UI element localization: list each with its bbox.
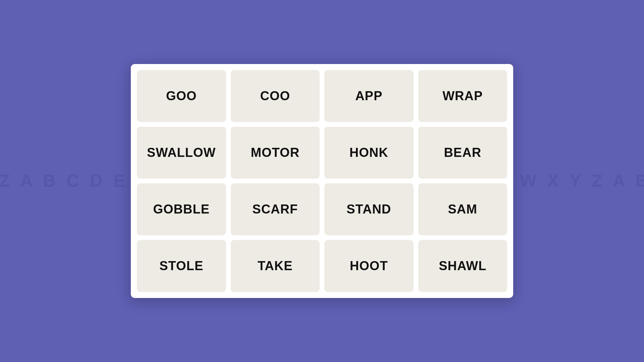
word-card-wrap[interactable]: WRAP <box>418 70 507 122</box>
word-label-honk: HONK <box>350 145 388 160</box>
word-label-stand: STAND <box>346 202 391 217</box>
word-card-app[interactable]: APP <box>324 70 414 122</box>
word-label-app: APP <box>355 89 382 103</box>
word-card-stand[interactable]: STAND <box>324 183 414 235</box>
word-card-shawl[interactable]: SHAWL <box>418 240 507 292</box>
word-grid: GOOCOOAPPWRAPSWALLOWMOTORHONKBEARGOBBLES… <box>131 64 513 298</box>
word-label-sam: SAM <box>448 202 477 217</box>
word-card-stole[interactable]: STOLE <box>137 240 226 292</box>
word-card-motor[interactable]: MOTOR <box>231 127 320 179</box>
word-card-scarf[interactable]: SCARF <box>231 183 320 235</box>
word-label-shawl: SHAWL <box>439 259 486 273</box>
word-label-gobble: GOBBLE <box>153 202 210 217</box>
word-card-bear[interactable]: BEAR <box>418 127 507 179</box>
word-card-goo[interactable]: GOO <box>137 70 226 122</box>
word-card-sam[interactable]: SAM <box>418 183 507 235</box>
word-label-coo: COO <box>260 89 290 103</box>
word-label-scarf: SCARF <box>252 202 298 217</box>
word-card-swallow[interactable]: SWALLOW <box>137 127 226 179</box>
word-label-swallow: SWALLOW <box>147 145 216 160</box>
word-card-gobble[interactable]: GOBBLE <box>137 183 226 235</box>
word-label-stole: STOLE <box>159 259 203 273</box>
word-label-take: TAKE <box>258 259 293 273</box>
word-label-bear: BEAR <box>444 145 481 160</box>
word-label-motor: MOTOR <box>251 145 300 160</box>
word-card-take[interactable]: TAKE <box>231 240 320 292</box>
word-card-hoot[interactable]: HOOT <box>324 240 414 292</box>
word-label-wrap: WRAP <box>442 89 483 103</box>
word-label-goo: GOO <box>166 89 197 103</box>
word-label-hoot: HOOT <box>350 259 388 273</box>
word-card-coo[interactable]: COO <box>231 70 320 122</box>
word-card-honk[interactable]: HONK <box>324 127 414 179</box>
